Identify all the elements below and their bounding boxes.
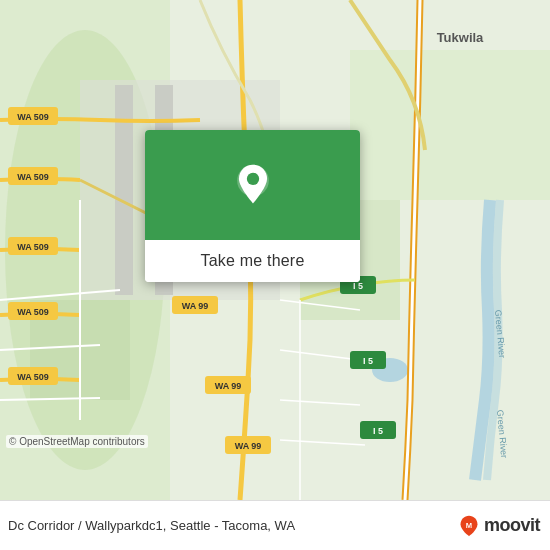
moovit-word-label: moovit <box>484 515 540 536</box>
svg-rect-7 <box>115 85 133 295</box>
svg-rect-4 <box>350 50 550 200</box>
svg-text:I 5: I 5 <box>363 356 373 366</box>
svg-text:M: M <box>466 520 472 529</box>
take-me-there-button[interactable]: Take me there <box>145 240 360 282</box>
svg-text:I 5: I 5 <box>353 281 363 291</box>
svg-text:WA 99: WA 99 <box>182 301 209 311</box>
map-container: WA 509 WA 509 WA 509 WA 509 WA 509 WA 99… <box>0 0 550 500</box>
popup-green-area <box>145 130 360 240</box>
svg-text:WA 509: WA 509 <box>17 112 49 122</box>
svg-text:WA 509: WA 509 <box>17 372 49 382</box>
svg-text:WA 509: WA 509 <box>17 242 49 252</box>
location-pin-icon <box>231 163 275 207</box>
popup-card: Take me there <box>145 130 360 282</box>
location-text: Dc Corridor / Wallyparkdc1, Seattle - Ta… <box>8 518 458 533</box>
moovit-pin-icon: M <box>458 515 480 537</box>
osm-credit: © OpenStreetMap contributors <box>6 435 148 448</box>
svg-text:I 5: I 5 <box>373 426 383 436</box>
moovit-logo: M moovit <box>458 515 540 537</box>
bottom-bar: Dc Corridor / Wallyparkdc1, Seattle - Ta… <box>0 500 550 550</box>
svg-point-47 <box>246 173 258 185</box>
svg-text:WA 99: WA 99 <box>235 441 262 451</box>
svg-text:WA 99: WA 99 <box>215 381 242 391</box>
svg-text:WA 509: WA 509 <box>17 307 49 317</box>
svg-text:Tukwila: Tukwila <box>437 30 484 45</box>
svg-text:WA 509: WA 509 <box>17 172 49 182</box>
